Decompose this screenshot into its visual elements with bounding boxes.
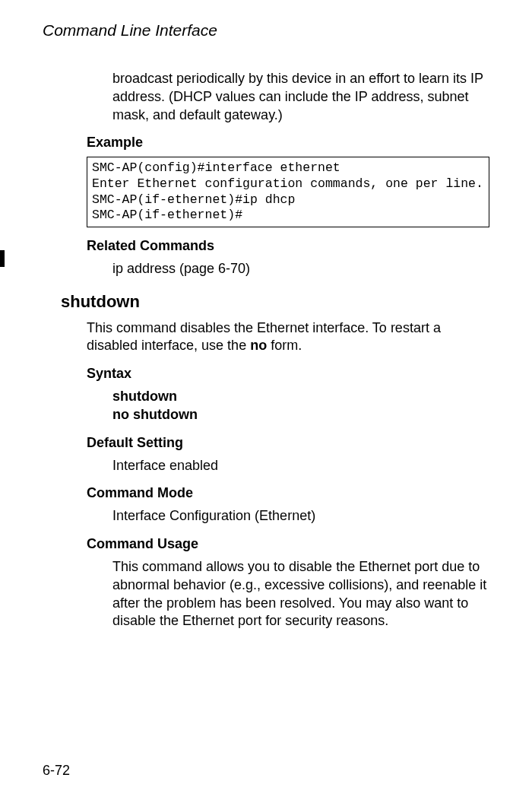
command-description-post: form. xyxy=(267,338,302,353)
related-commands-label: Related Commands xyxy=(87,238,489,254)
change-bar-icon xyxy=(0,250,5,267)
default-setting-text: Interface enabled xyxy=(112,457,489,475)
page-header-title: Command Line Interface xyxy=(43,21,489,40)
command-description-bold: no xyxy=(250,338,267,353)
command-description: This command disables the Ethernet inter… xyxy=(87,319,489,356)
command-usage-label: Command Usage xyxy=(87,536,489,552)
example-code-block: SMC-AP(config)#interface ethernet Enter … xyxy=(87,157,489,227)
syntax-lines: shutdown no shutdown xyxy=(112,388,489,424)
syntax-line2: no shutdown xyxy=(112,407,198,422)
syntax-label: Syntax xyxy=(87,366,489,382)
related-commands-text: ip address (page 6-70) xyxy=(112,260,489,278)
page-number: 6-72 xyxy=(43,763,70,779)
command-name-heading: shutdown xyxy=(61,292,489,312)
command-mode-text: Interface Configuration (Ethernet) xyxy=(112,507,489,525)
intro-paragraph: broadcast periodically by this device in… xyxy=(112,70,489,124)
command-mode-label: Command Mode xyxy=(87,485,489,501)
syntax-line1: shutdown xyxy=(112,389,177,404)
default-setting-label: Default Setting xyxy=(87,435,489,451)
command-usage-text: This command allows you to disable the E… xyxy=(112,558,489,630)
example-label: Example xyxy=(87,135,489,151)
